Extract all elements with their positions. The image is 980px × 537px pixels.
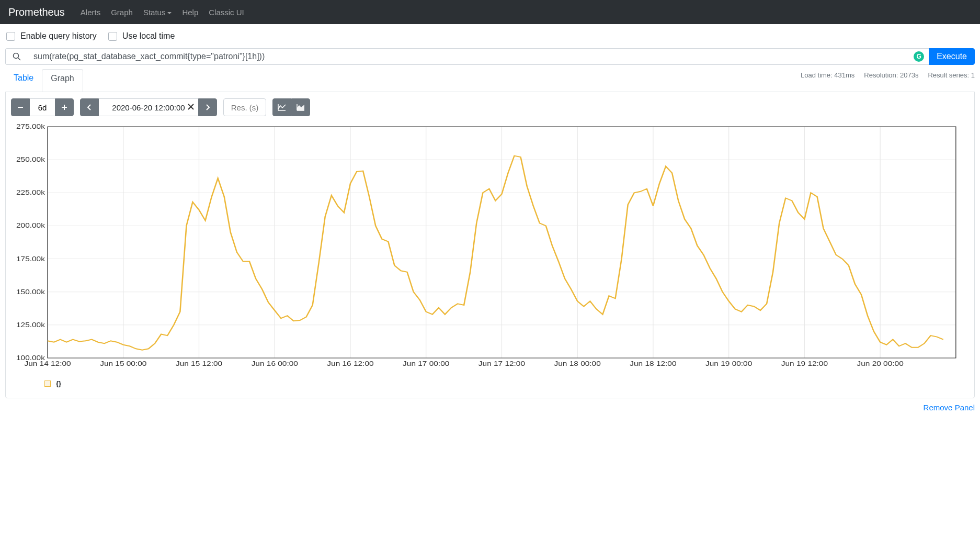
- graph-panel: 2020-06-20 12:00:00 100.00k125.00k150.00…: [5, 92, 975, 398]
- enable-history-checkbox[interactable]: [6, 32, 15, 41]
- local-time-label: Use local time: [122, 31, 175, 41]
- time-input[interactable]: 2020-06-20 12:00:00: [112, 103, 185, 112]
- chart-svg: 100.00k125.00k150.00k175.00k200.00k225.0…: [10, 124, 959, 370]
- tab-graph[interactable]: Graph: [42, 69, 83, 92]
- svg-text:275.00k: 275.00k: [16, 124, 45, 130]
- svg-text:200.00k: 200.00k: [16, 222, 45, 229]
- local-time-checkbox[interactable]: [108, 32, 117, 41]
- svg-point-0: [13, 53, 18, 59]
- query-bar: G Execute: [5, 48, 975, 65]
- time-prev-button[interactable]: [80, 98, 99, 116]
- svg-text:Jun 16 12:00: Jun 16 12:00: [327, 360, 374, 367]
- time-clear-button[interactable]: [188, 103, 194, 111]
- nav-status-dropdown[interactable]: Status: [138, 4, 177, 21]
- svg-text:Jun 15 12:00: Jun 15 12:00: [176, 360, 223, 367]
- tabs: Table Graph: [5, 69, 83, 92]
- svg-text:Jun 20 00:00: Jun 20 00:00: [857, 360, 904, 367]
- search-icon: [5, 48, 27, 65]
- range-increase-button[interactable]: [55, 98, 74, 116]
- line-chart-button[interactable]: [272, 98, 291, 116]
- grammarly-icon: G: [909, 48, 929, 65]
- svg-text:Jun 14 12:00: Jun 14 12:00: [24, 360, 71, 367]
- query-stats: Load time: 431ms Resolution: 2073s Resul…: [801, 69, 975, 92]
- navbar: Prometheus Alerts Graph Status Help Clas…: [0, 0, 980, 24]
- brand-link[interactable]: Prometheus: [8, 6, 65, 18]
- legend: {}: [6, 374, 974, 398]
- stat-series: Result series: 1: [928, 71, 975, 79]
- nav-classic-ui[interactable]: Classic UI: [203, 4, 249, 21]
- svg-text:Jun 18 00:00: Jun 18 00:00: [554, 360, 601, 367]
- graph-controls: 2020-06-20 12:00:00: [6, 92, 974, 120]
- tab-table[interactable]: Table: [5, 69, 42, 92]
- svg-text:Jun 19 00:00: Jun 19 00:00: [705, 360, 753, 367]
- svg-text:Jun 19 12:00: Jun 19 12:00: [781, 360, 828, 367]
- svg-text:Jun 16 00:00: Jun 16 00:00: [252, 360, 299, 367]
- options-row: Enable query history Use local time: [0, 24, 980, 48]
- nav-help[interactable]: Help: [177, 4, 203, 21]
- svg-text:250.00k: 250.00k: [16, 156, 45, 163]
- remove-panel-link[interactable]: Remove Panel: [924, 403, 975, 412]
- svg-text:175.00k: 175.00k: [16, 255, 45, 262]
- stacked-chart-button[interactable]: [291, 98, 310, 116]
- stat-resolution: Resolution: 2073s: [864, 71, 918, 79]
- nav-alerts[interactable]: Alerts: [75, 4, 106, 21]
- svg-text:Jun 18 12:00: Jun 18 12:00: [630, 360, 677, 367]
- svg-line-1: [18, 58, 20, 61]
- execute-button[interactable]: Execute: [929, 48, 975, 65]
- svg-text:Jun 17 12:00: Jun 17 12:00: [478, 360, 526, 367]
- time-next-button[interactable]: [198, 98, 217, 116]
- range-input[interactable]: [30, 98, 55, 116]
- resolution-input[interactable]: [223, 98, 266, 116]
- expression-input[interactable]: [27, 48, 909, 65]
- legend-swatch[interactable]: [44, 381, 51, 387]
- svg-text:225.00k: 225.00k: [16, 189, 45, 196]
- enable-history-label: Enable query history: [20, 31, 97, 41]
- svg-text:Jun 17 00:00: Jun 17 00:00: [403, 360, 450, 367]
- range-decrease-button[interactable]: [11, 98, 30, 116]
- nav-graph[interactable]: Graph: [106, 4, 138, 21]
- legend-label: {}: [56, 379, 61, 387]
- stat-loadtime: Load time: 431ms: [801, 71, 854, 79]
- svg-text:150.00k: 150.00k: [16, 288, 45, 295]
- svg-text:125.00k: 125.00k: [16, 321, 45, 329]
- svg-text:Jun 15 00:00: Jun 15 00:00: [100, 360, 147, 367]
